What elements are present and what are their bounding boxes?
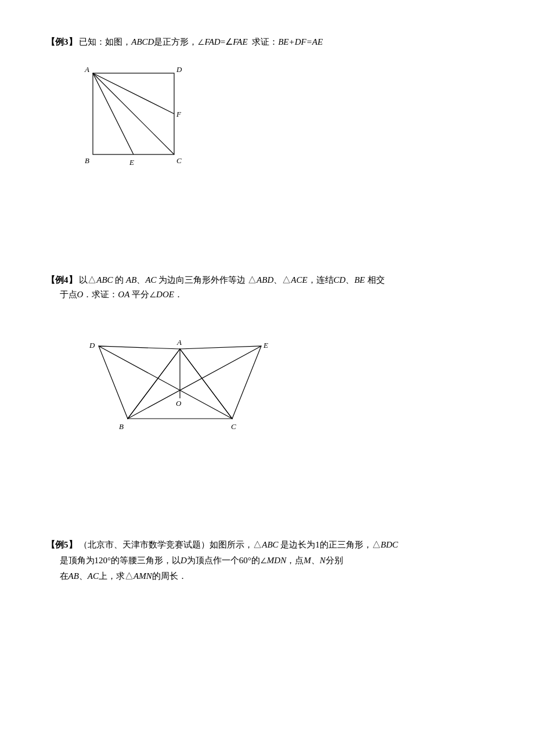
example4-abd: ABD	[257, 275, 273, 285]
example5-mdn: MDN	[267, 556, 286, 565]
example5-d: D	[181, 556, 187, 565]
example4-doe: DOE	[156, 290, 174, 299]
label-O4: O	[176, 399, 182, 408]
label-C4: C	[231, 422, 236, 431]
example5-title: 【例5】 （北京市、天津市数学竞赛试题）如图所示，△ABC 是边长为1的正三角形…	[46, 537, 488, 584]
example3-fae: FAE	[233, 37, 248, 46]
example5-ab: AB	[68, 571, 79, 581]
example3-block: 【例3】 已知：如图，ABCD是正方形，∠FAD=∠FAE 求证：BE+DF=A…	[46, 35, 488, 180]
svg-line-7	[99, 346, 232, 419]
label-D4: D	[89, 341, 95, 350]
label-E: E	[129, 158, 134, 167]
example5-label: 【例5】	[46, 540, 77, 549]
svg-marker-5	[180, 346, 261, 419]
example4-svg: A B C D E O	[81, 314, 279, 442]
example3-label: 【例3】	[46, 37, 77, 46]
label-A: A	[84, 65, 89, 74]
svg-line-8	[128, 346, 261, 419]
example3-title: 【例3】 已知：如图，ABCD是正方形，∠FAD=∠FAE 求证：BE+DF=A…	[46, 35, 488, 50]
example5-block: 【例5】 （北京市、天津市数学竞赛试题）如图所示，△ABC 是边长为1的正三角形…	[46, 537, 488, 584]
example3-fad: FAD	[204, 37, 220, 46]
label-B4: B	[119, 422, 124, 431]
spacer1	[46, 203, 488, 273]
example3-svg: A D C B E F	[81, 62, 209, 178]
example4-be: BE	[354, 275, 365, 285]
label-C: C	[176, 156, 182, 165]
example5-bdc: BDC	[381, 540, 398, 549]
example4-diagram: A B C D E O	[81, 314, 488, 444]
example3-diagram: A D C B E F	[81, 62, 488, 180]
example4-cd: CD	[334, 275, 346, 285]
example3-abcd: ABCD	[131, 37, 154, 46]
svg-line-3	[93, 73, 174, 154]
example4-ac: AC	[145, 275, 156, 285]
example4-o: O	[77, 290, 84, 299]
example4-block: 【例4】 以△ABC 的 AB、AC 为边向三角形外作等边 △ABD、△ACE，…	[46, 273, 488, 444]
example4-label: 【例4】	[46, 275, 77, 285]
example5-amn: AMN	[134, 571, 152, 581]
example4-ace: ACE	[291, 275, 307, 285]
label-D: D	[176, 65, 182, 74]
example4-proof: OA	[118, 290, 129, 299]
example4-ab: AB	[126, 275, 136, 285]
svg-line-2	[93, 73, 174, 114]
svg-line-1	[93, 73, 134, 154]
label-A4: A	[176, 338, 182, 347]
example4-title: 【例4】 以△ABC 的 AB、AC 为边向三角形外作等边 △ABD、△ACE，…	[46, 273, 488, 303]
spacer2	[46, 467, 488, 537]
label-F: F	[176, 110, 182, 118]
label-E4: E	[263, 341, 268, 350]
example3-proof: BE+DF=AE	[278, 37, 323, 46]
svg-marker-4	[99, 346, 180, 419]
example5-abc: ABC	[262, 540, 278, 549]
example5-m: M	[304, 556, 311, 565]
label-B: B	[85, 156, 89, 165]
example5-n: N	[320, 556, 326, 565]
example4-abc: ABC	[96, 275, 113, 285]
example5-ac: AC	[88, 571, 99, 581]
